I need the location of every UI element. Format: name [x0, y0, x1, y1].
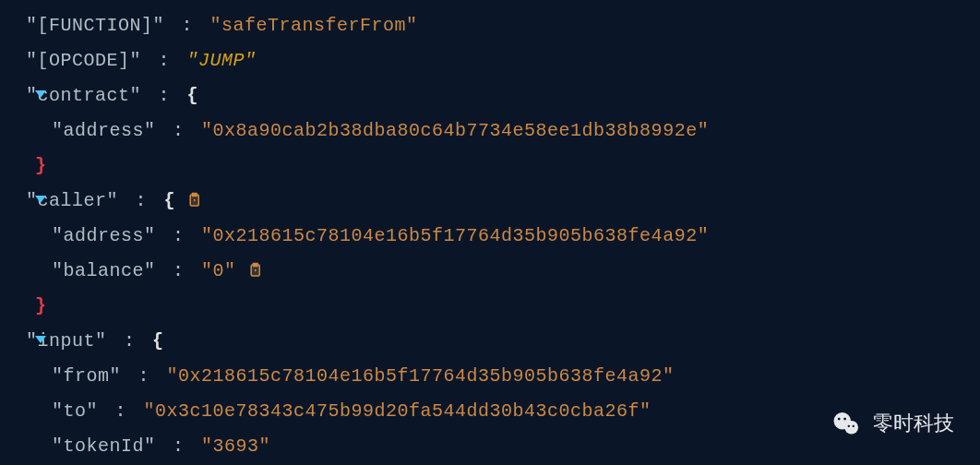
colon: : — [124, 190, 159, 211]
json-key: "balance" — [52, 260, 156, 281]
colon: : — [161, 260, 197, 281]
colon: : — [113, 330, 148, 352]
svg-point-7 — [843, 418, 846, 421]
watermark-text: 零时科技 — [873, 410, 954, 437]
json-key: "address" — [52, 120, 156, 141]
json-value: "JUMP" — [187, 50, 257, 71]
json-key: "[OPCODE]" — [26, 50, 141, 71]
open-brace: { — [187, 85, 199, 106]
expand-arrow-icon[interactable] — [35, 90, 46, 98]
json-key: "[FUNCTION]" — [26, 15, 164, 36]
clipboard-icon[interactable] — [185, 191, 203, 209]
colon: : — [103, 400, 138, 422]
json-line: "contract" : { — [26, 78, 980, 113]
colon: : — [161, 435, 197, 457]
colon: : — [161, 225, 197, 246]
watermark: 零时科技 — [831, 408, 954, 439]
json-line: } — [26, 288, 980, 323]
svg-point-8 — [848, 425, 850, 427]
json-line: "[FUNCTION]" : "safeTransferFrom" — [26, 7, 980, 42]
json-line: "from" : "0x218615c78104e16b5f17764d35b9… — [26, 358, 980, 393]
json-line: "address" : "0x8a90cab2b38dba80c64b7734e… — [26, 113, 980, 148]
expand-arrow-icon[interactable] — [35, 196, 46, 203]
colon: : — [161, 120, 197, 141]
open-brace: { — [152, 330, 164, 352]
svg-point-6 — [838, 418, 841, 421]
open-brace: { — [164, 190, 176, 211]
colon: : — [147, 50, 182, 71]
close-brace: } — [35, 155, 47, 176]
colon: : — [170, 15, 205, 36]
json-value: "0x3c10e78343c475b99d20fa544dd30b43c0cba… — [144, 400, 651, 422]
json-line: } — [26, 148, 980, 183]
json-line: "input" : { — [26, 323, 980, 358]
json-key: "from" — [52, 365, 121, 387]
json-value: "0x8a90cab2b38dba80c64b7734e58ee1db38b89… — [201, 120, 709, 141]
json-value: "0" — [201, 260, 236, 281]
svg-point-9 — [853, 425, 855, 427]
json-value: "3693" — [201, 435, 270, 457]
json-line: "balance" : "0" — [26, 253, 980, 288]
json-key: "tokenId" — [52, 435, 156, 457]
colon: : — [147, 85, 182, 106]
json-value: "safeTransferFrom" — [210, 15, 418, 36]
json-key: "to" — [52, 400, 98, 422]
json-value: "0x218615c78104e16b5f17764d35b905b638fe4… — [201, 225, 709, 246]
clipboard-icon[interactable] — [245, 261, 264, 280]
json-tree: "[FUNCTION]" : "safeTransferFrom""[OPCOD… — [0, 0, 980, 463]
expand-arrow-icon[interactable] — [35, 336, 46, 343]
wechat-icon — [831, 408, 862, 439]
json-line: "address" : "0x218615c78104e16b5f17764d3… — [26, 218, 980, 253]
json-value: "0x218615c78104e16b5f17764d35b905b638fe4… — [167, 365, 675, 387]
json-line: "caller" : { — [26, 183, 980, 218]
colon: : — [126, 365, 161, 387]
json-key: "address" — [52, 225, 156, 246]
svg-point-5 — [844, 421, 858, 435]
close-brace: } — [35, 295, 47, 316]
json-line: "[OPCODE]" : "JUMP" — [26, 42, 980, 78]
